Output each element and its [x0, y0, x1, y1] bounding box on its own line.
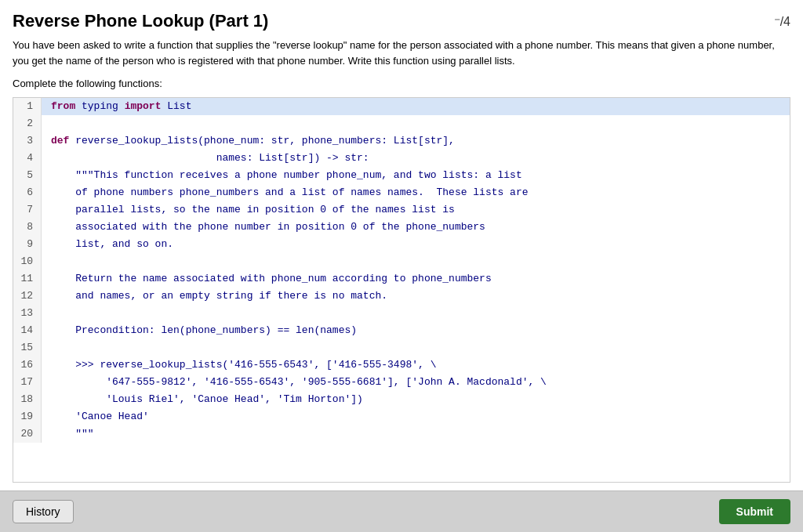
code-line-10: 10 [13, 253, 790, 270]
code-line-4: 4 names: List[str]) -> str: [13, 150, 790, 167]
code-line-5: 5 """This function receives a phone numb… [13, 167, 790, 184]
code-line-7: 7 parallel lists, so the name in positio… [13, 201, 790, 219]
code-line-19: 19 'Canoe Head' [13, 408, 790, 425]
code-line-18: 18 'Louis Riel', 'Canoe Head', 'Tim Hort… [13, 391, 790, 408]
description-text: You have been asked to write a function … [13, 38, 790, 68]
page-title: Reverse Phone Lookup (Part 1) [13, 11, 268, 31]
code-line-17: 17 '647-555-9812', '416-555-6543', '905-… [13, 374, 790, 391]
code-line-8: 8 associated with the phone number in po… [13, 219, 790, 236]
code-line-15: 15 [13, 339, 790, 356]
code-line-16: 16 >>> reverse_lookup_lists('416-555-654… [13, 356, 790, 374]
history-button[interactable]: History [13, 500, 74, 523]
code-line-12: 12 and names, or an empty string if ther… [13, 288, 790, 305]
code-line-2: 2 [13, 115, 790, 132]
code-line-6: 6 of phone numbers phone_numbers and a l… [13, 184, 790, 201]
code-editor[interactable]: 1 from typing import List 2 3 def revers… [13, 97, 790, 483]
code-line-3: 3 def reverse_lookup_lists(phone_num: st… [13, 132, 790, 150]
instructions-text: Complete the following functions: [13, 78, 790, 89]
submit-button[interactable]: Submit [719, 499, 790, 524]
page-counter: ⁻/4 [774, 14, 790, 29]
code-line-13: 13 [13, 305, 790, 322]
code-line-20: 20 """ [13, 425, 790, 443]
code-line-1: 1 from typing import List [13, 98, 790, 115]
code-line-11: 11 Return the name associated with phone… [13, 270, 790, 288]
code-line-14: 14 Precondition: len(phone_numbers) == l… [13, 322, 790, 339]
code-line-9: 9 list, and so on. [13, 236, 790, 253]
